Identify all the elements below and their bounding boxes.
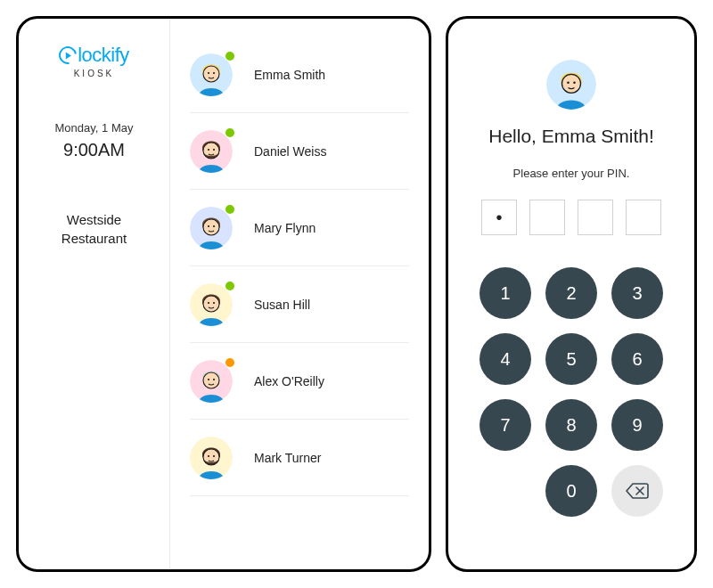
svg-point-3	[213, 71, 215, 73]
pin-prompt: Please enter your PIN.	[513, 167, 630, 180]
status-dot-green	[225, 52, 234, 61]
app-logo: lockify KIOSK	[59, 44, 129, 78]
svg-point-32	[567, 81, 570, 84]
kiosk-device: lockify KIOSK Monday, 1 May 9:00AM Wests…	[16, 16, 431, 572]
pin-keypad: 1234567890	[479, 267, 663, 517]
status-dot-green	[225, 128, 234, 137]
pin-device: Hello, Emma Smith! Please enter your PIN…	[446, 16, 697, 572]
selected-user-avatar	[546, 60, 596, 110]
keypad-key-7[interactable]: 7	[479, 399, 531, 451]
svg-point-28	[213, 454, 215, 456]
pin-digit-box	[529, 200, 565, 235]
backspace-icon	[626, 483, 649, 499]
current-date: Monday, 1 May	[55, 121, 134, 135]
status-dot-orange	[225, 358, 234, 367]
keypad-key-8[interactable]: 8	[545, 399, 597, 451]
pin-digit-box	[626, 200, 661, 235]
pin-digit-box: •	[481, 200, 517, 235]
employee-name: Alex O'Reilly	[254, 374, 324, 388]
employee-list: Emma Smith Daniel Weiss Mary Flynn	[170, 19, 429, 569]
svg-point-17	[208, 301, 209, 303]
employee-row[interactable]: Mark Turner	[190, 420, 409, 496]
employee-name: Mary Flynn	[254, 221, 316, 235]
employee-avatar	[190, 360, 233, 403]
keypad-backspace[interactable]	[611, 465, 663, 517]
current-time: 9:00AM	[55, 140, 134, 160]
employee-row[interactable]: Mary Flynn	[190, 190, 409, 266]
employee-avatar	[190, 53, 233, 96]
employee-row[interactable]: Emma Smith	[190, 37, 409, 113]
employee-name: Emma Smith	[254, 68, 325, 82]
svg-point-2	[208, 71, 209, 73]
clock-icon	[55, 43, 80, 68]
employee-name: Daniel Weiss	[254, 144, 326, 159]
pin-digit-box	[578, 200, 613, 235]
kiosk-sidebar: lockify KIOSK Monday, 1 May 9:00AM Wests…	[19, 19, 170, 569]
employee-avatar	[190, 130, 233, 173]
keypad-key-6[interactable]: 6	[611, 333, 663, 385]
keypad-key-9[interactable]: 9	[611, 399, 663, 451]
employee-name: Mark Turner	[254, 451, 321, 465]
keypad-key-5[interactable]: 5	[545, 333, 597, 385]
svg-point-8	[213, 148, 215, 150]
employee-avatar	[190, 437, 233, 479]
employee-row[interactable]: Alex O'Reilly	[190, 343, 409, 420]
svg-point-18	[213, 301, 215, 303]
svg-point-23	[213, 378, 215, 380]
employee-avatar	[190, 207, 233, 249]
employee-row[interactable]: Daniel Weiss	[190, 113, 409, 190]
greeting-text: Hello, Emma Smith!	[488, 126, 654, 147]
keypad-key-4[interactable]: 4	[479, 333, 531, 385]
employee-avatar	[190, 283, 233, 326]
pin-input[interactable]: •	[481, 200, 661, 235]
datetime-block: Monday, 1 May 9:00AM	[55, 121, 134, 160]
logo-main: lockify	[59, 44, 129, 67]
svg-point-33	[573, 81, 576, 84]
svg-point-27	[208, 454, 209, 456]
svg-point-7	[208, 148, 209, 150]
logo-text: lockify	[78, 44, 129, 67]
employee-row[interactable]: Susan Hill	[190, 266, 409, 343]
svg-point-22	[208, 378, 209, 380]
status-dot-green	[225, 205, 234, 214]
status-dot-green	[225, 282, 234, 290]
location-name: Westside Restaurant	[61, 210, 127, 248]
logo-sub: KIOSK	[74, 69, 115, 78]
svg-point-13	[213, 225, 215, 226]
svg-point-12	[208, 225, 209, 226]
keypad-blank	[479, 465, 531, 517]
keypad-key-3[interactable]: 3	[611, 267, 663, 319]
keypad-key-2[interactable]: 2	[545, 267, 597, 319]
employee-name: Susan Hill	[254, 298, 310, 312]
keypad-key-1[interactable]: 1	[479, 267, 531, 319]
keypad-key-0[interactable]: 0	[545, 465, 597, 517]
